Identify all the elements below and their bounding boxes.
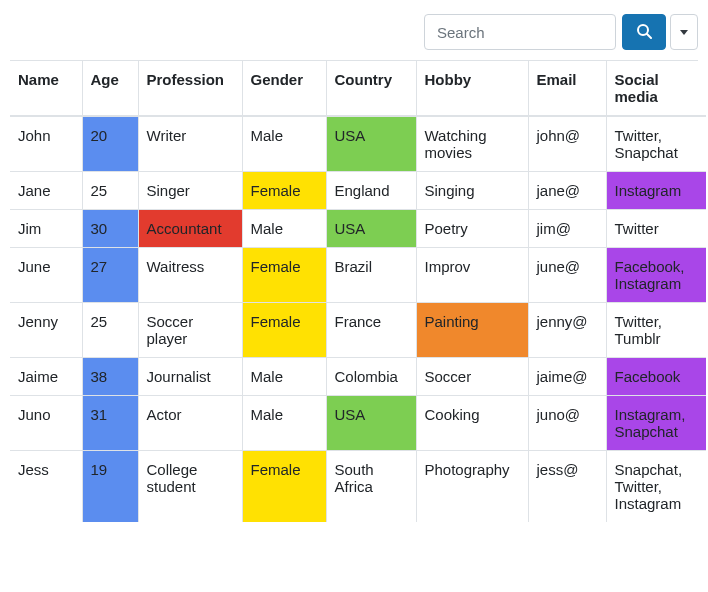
table-row: John20WriterMaleUSAWatching moviesjohn@T… [10,116,706,172]
col-header-age[interactable]: Age [82,61,138,116]
cell-age: 25 [82,172,138,210]
cell-country: USA [326,396,416,451]
col-header-email[interactable]: Email [528,61,606,116]
cell-profession: Soccer player [138,303,242,358]
cell-profession: Journalist [138,358,242,396]
cell-email: june@ [528,248,606,303]
cell-gender: Male [242,210,326,248]
cell-name: Jaime [10,358,82,396]
cell-social: Twitter, Tumblr [606,303,706,358]
cell-hobby: Poetry [416,210,528,248]
cell-hobby: Soccer [416,358,528,396]
cell-age: 38 [82,358,138,396]
cell-social: Instagram, Snapchat [606,396,706,451]
cell-name: Jess [10,451,82,523]
col-header-social[interactable]: Social media [606,61,706,116]
cell-country: USA [326,210,416,248]
cell-country: Colombia [326,358,416,396]
svg-line-1 [647,34,651,38]
cell-profession: College student [138,451,242,523]
cell-country: Brazil [326,248,416,303]
cell-email: john@ [528,116,606,172]
cell-country: USA [326,116,416,172]
cell-social: Facebook, Instagram [606,248,706,303]
cell-age: 31 [82,396,138,451]
cell-name: Jim [10,210,82,248]
col-header-profession[interactable]: Profession [138,61,242,116]
cell-age: 27 [82,248,138,303]
search-button[interactable] [622,14,666,50]
col-header-country[interactable]: Country [326,61,416,116]
cell-age: 20 [82,116,138,172]
cell-hobby: Singing [416,172,528,210]
table-row: Jaime38JournalistMaleColombiaSoccerjaime… [10,358,706,396]
cell-social: Snapchat, Twitter, Instagram [606,451,706,523]
cell-age: 30 [82,210,138,248]
cell-profession: Accountant [138,210,242,248]
cell-email: jenny@ [528,303,606,358]
cell-profession: Singer [138,172,242,210]
cell-profession: Actor [138,396,242,451]
col-header-hobby[interactable]: Hobby [416,61,528,116]
cell-gender: Female [242,451,326,523]
cell-name: June [10,248,82,303]
table-header-row: Name Age Profession Gender Country Hobby… [10,61,706,116]
table-row: June27WaitressFemaleBrazilImprovjune@Fac… [10,248,706,303]
cell-social: Twitter [606,210,706,248]
cell-gender: Female [242,303,326,358]
cell-name: Jenny [10,303,82,358]
search-input[interactable] [424,14,616,50]
cell-gender: Male [242,358,326,396]
cell-hobby: Improv [416,248,528,303]
toolbar [10,10,698,61]
cell-social: Twitter, Snapchat [606,116,706,172]
cell-gender: Male [242,116,326,172]
cell-hobby: Watching movies [416,116,528,172]
cell-country: England [326,172,416,210]
cell-email: jaime@ [528,358,606,396]
col-header-name[interactable]: Name [10,61,82,116]
cell-country: South Africa [326,451,416,523]
cell-gender: Female [242,248,326,303]
cell-social: Facebook [606,358,706,396]
cell-email: jess@ [528,451,606,523]
cell-age: 19 [82,451,138,523]
cell-name: Juno [10,396,82,451]
cell-email: jim@ [528,210,606,248]
cell-social: Instagram [606,172,706,210]
cell-hobby: Photography [416,451,528,523]
table-row: Jim30AccountantMaleUSAPoetryjim@Twitter [10,210,706,248]
cell-email: juno@ [528,396,606,451]
cell-hobby: Painting [416,303,528,358]
table-row: Juno31ActorMaleUSACookingjuno@Instagram,… [10,396,706,451]
cell-email: jane@ [528,172,606,210]
table-row: Jane25SingerFemaleEnglandSingingjane@Ins… [10,172,706,210]
cell-country: France [326,303,416,358]
caret-down-icon [680,30,688,35]
search-options-dropdown[interactable] [670,14,698,50]
cell-age: 25 [82,303,138,358]
search-icon [636,23,652,42]
data-table: Name Age Profession Gender Country Hobby… [10,61,706,522]
cell-profession: Waitress [138,248,242,303]
cell-gender: Female [242,172,326,210]
cell-name: Jane [10,172,82,210]
cell-hobby: Cooking [416,396,528,451]
cell-gender: Male [242,396,326,451]
table-row: Jess19College studentFemaleSouth AfricaP… [10,451,706,523]
col-header-gender[interactable]: Gender [242,61,326,116]
cell-name: John [10,116,82,172]
table-row: Jenny25Soccer playerFemaleFrancePainting… [10,303,706,358]
cell-profession: Writer [138,116,242,172]
